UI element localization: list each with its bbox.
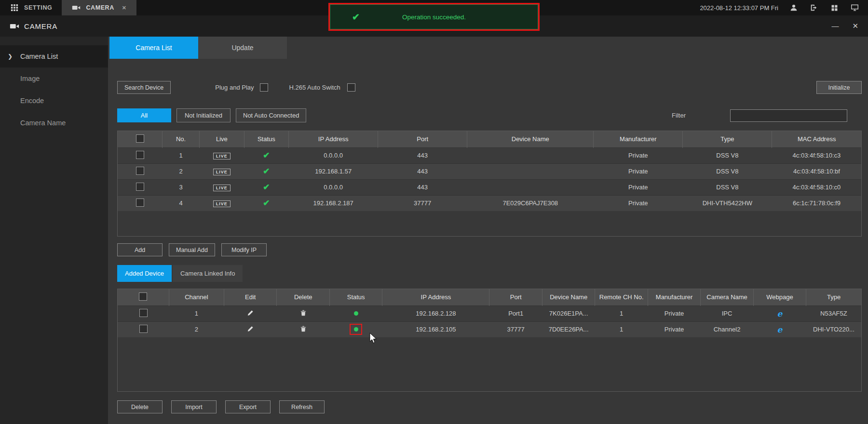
row-checkbox[interactable]	[136, 183, 144, 191]
cell-device-name	[467, 147, 594, 163]
live-badge[interactable]: LIVE	[213, 185, 231, 191]
close-icon[interactable]: ✕	[852, 22, 858, 30]
cell-mac-address: 4c:03:4f:58:10:c3	[772, 147, 861, 163]
sidebar-item-encode[interactable]: Encode	[0, 90, 108, 112]
webpage-ie-icon[interactable]: e	[777, 325, 783, 334]
display-icon[interactable]	[850, 3, 859, 13]
filter-input[interactable]	[730, 109, 847, 122]
column-header-webpage[interactable]: Webpage	[753, 289, 806, 305]
column-header-status[interactable]: Status	[244, 131, 289, 147]
column-header-manufacturer[interactable]: Manufacturer	[648, 289, 700, 305]
column-header-live[interactable]: Live	[200, 131, 244, 147]
edit-icon[interactable]	[247, 309, 254, 317]
row-select-cell	[118, 163, 163, 179]
table-row[interactable]: 1LIVE✔0.0.0.0443PrivateDSS V84c:03:4f:58…	[118, 147, 861, 163]
plug-and-play-checkbox[interactable]	[260, 83, 268, 92]
delete-icon[interactable]	[300, 325, 307, 332]
cell-type: DHI-VTH5422HW	[683, 195, 772, 211]
camera-tab-label: CAMERA	[86, 4, 114, 11]
table-row[interactable]: 1192.168.2.128Port17K026E1PA...1PrivateI…	[118, 305, 861, 321]
tab-camera-linked-info[interactable]: Camera Linked Info	[173, 265, 243, 282]
column-header-ip-address[interactable]: IP Address	[289, 131, 378, 147]
cell-status	[329, 305, 382, 321]
column-header-status[interactable]: Status	[329, 289, 382, 305]
import-button[interactable]: Import	[171, 400, 217, 413]
cell-type: DSS V8	[683, 147, 772, 163]
column-header-device-name[interactable]: Device Name	[467, 131, 594, 147]
cell-remote-ch-no: 1	[595, 305, 648, 321]
status-online-dot	[354, 327, 358, 331]
column-header-edit[interactable]: Edit	[224, 289, 276, 305]
close-tab-icon[interactable]: ✕	[122, 5, 127, 11]
webpage-ie-icon[interactable]: e	[777, 309, 783, 318]
cell-port: 443	[378, 163, 467, 179]
delete-icon[interactable]	[300, 309, 307, 317]
filter-tab-not-auto-connected[interactable]: Not Auto Connected	[236, 108, 306, 122]
column-header-mac-address[interactable]: MAC Address	[772, 131, 861, 147]
column-header-delete[interactable]: Delete	[277, 289, 329, 305]
table-row[interactable]: 2192.168.2.105377777D0EE26PA...1PrivateC…	[118, 321, 861, 337]
refresh-button[interactable]: Refresh	[279, 400, 325, 413]
column-header-manufacturer[interactable]: Manufacturer	[594, 131, 683, 147]
sidebar-item-camera-name[interactable]: Camera Name	[0, 112, 108, 134]
minimize-icon[interactable]: —	[831, 22, 839, 30]
manual-add-button[interactable]: Manual Add	[169, 243, 215, 256]
row-select-cell	[118, 195, 163, 211]
add-button[interactable]: Add	[117, 243, 163, 256]
row-checkbox[interactable]	[139, 325, 148, 333]
column-header-port[interactable]: Port	[489, 289, 542, 305]
cell-camera-name: IPC	[701, 305, 753, 321]
cell-type: DSS V8	[683, 179, 772, 195]
initialize-button[interactable]: Initialize	[816, 81, 862, 94]
column-header-camera-name[interactable]: Camera Name	[701, 289, 753, 305]
controls-row: Search Device Plug and Play H.265 Auto S…	[117, 81, 862, 94]
column-header-remote-ch-no[interactable]: Remote CH No.	[595, 289, 648, 305]
column-header-port[interactable]: Port	[378, 131, 467, 147]
column-header-device-name[interactable]: Device Name	[542, 289, 595, 305]
layout-grid-icon[interactable]	[829, 3, 839, 13]
live-badge[interactable]: LIVE	[213, 153, 231, 159]
cell-device-name: 7E029C6PAJ7E308	[467, 195, 594, 211]
h265-auto-switch-checkbox[interactable]	[347, 83, 355, 92]
select-all-checkbox[interactable]	[139, 292, 147, 301]
modify-ip-button[interactable]: Modify IP	[221, 243, 267, 256]
sidebar-item-camera-list[interactable]: ❯Camera List	[0, 45, 108, 67]
live-badge[interactable]: LIVE	[213, 169, 231, 175]
sidebar-item-image[interactable]: Image	[0, 67, 108, 90]
cell-no: 3	[163, 179, 200, 195]
user-icon[interactable]	[789, 3, 799, 13]
edit-icon[interactable]	[247, 325, 254, 332]
tab-camera-list[interactable]: Camera List	[109, 37, 198, 59]
row-checkbox[interactable]	[139, 309, 148, 317]
column-header-type[interactable]: Type	[806, 289, 861, 305]
row-checkbox[interactable]	[136, 199, 144, 207]
toast-operation-succeeded: ✔ Operation succeeded.	[328, 3, 540, 31]
column-header-no[interactable]: No.	[163, 131, 200, 147]
tab-added-device[interactable]: Added Device	[117, 265, 172, 282]
table-row[interactable]: 2LIVE✔192.168.1.57443PrivateDSS V84c:03:…	[118, 163, 861, 179]
sidebar-item-label: Camera List	[20, 53, 58, 60]
row-checkbox[interactable]	[136, 151, 144, 159]
column-header-ip-address[interactable]: IP Address	[382, 289, 489, 305]
select-all-checkbox[interactable]	[136, 134, 144, 143]
logout-icon[interactable]	[809, 3, 819, 13]
cell-live: LIVE	[200, 195, 244, 211]
cell-ip-address: 192.168.1.57	[289, 163, 378, 179]
delete-button[interactable]: Delete	[117, 400, 163, 413]
tab-update[interactable]: Update	[198, 37, 287, 59]
live-badge[interactable]: LIVE	[213, 200, 231, 207]
table-row[interactable]: 4LIVE✔192.168.2.187377777E029C6PAJ7E308P…	[118, 195, 861, 211]
column-header-channel[interactable]: Channel	[169, 289, 224, 305]
column-header-type[interactable]: Type	[683, 131, 772, 147]
filter-tab-all[interactable]: All	[117, 108, 171, 122]
cell-delete	[277, 321, 329, 337]
export-button[interactable]: Export	[225, 400, 271, 413]
taskbar-tab-setting[interactable]: SETTING	[0, 0, 62, 15]
cell-type: DHI-VTO220...	[806, 321, 861, 337]
table-row[interactable]: 3LIVE✔0.0.0.0443PrivateDSS V84c:03:4f:58…	[118, 179, 861, 195]
filter-tab-not-initialized[interactable]: Not Initialized	[176, 108, 231, 122]
row-checkbox[interactable]	[136, 167, 144, 175]
taskbar-tab-camera[interactable]: CAMERA ✕	[62, 0, 136, 15]
search-device-button[interactable]: Search Device	[117, 81, 171, 94]
cell-no: 1	[163, 147, 200, 163]
